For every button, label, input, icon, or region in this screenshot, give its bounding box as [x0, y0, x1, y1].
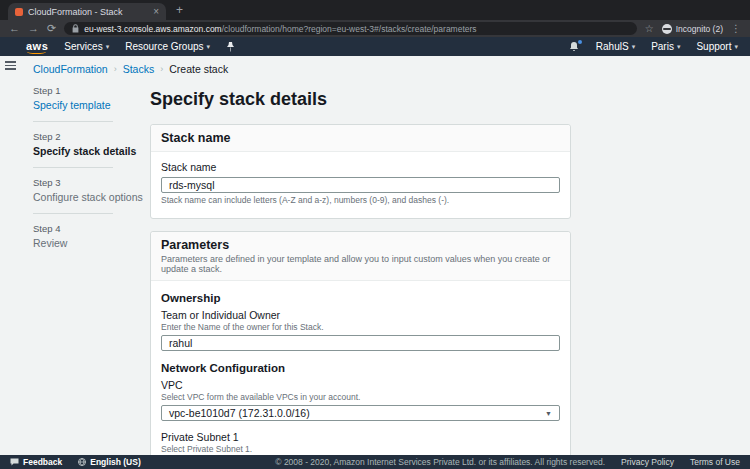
parameter-input[interactable] [161, 335, 560, 351]
lock-icon [72, 24, 79, 33]
stack-name-card-header: Stack name [151, 125, 570, 152]
parameter-group-heading: Ownership [161, 292, 560, 304]
parameter-label: VPC [161, 379, 560, 391]
parameter-hint: Enter the Name of the owner for this Sta… [161, 322, 560, 332]
incognito-label: Incognito (2) [676, 24, 723, 34]
parameter-select[interactable]: vpc-be1010d7 (172.31.0.0/16)▼ [161, 405, 560, 421]
back-icon[interactable]: ← [9, 23, 20, 34]
pin-icon[interactable] [226, 41, 235, 52]
step-item-1: Step 1Specify template [33, 85, 133, 112]
stack-name-hint: Stack name can include letters (A-Z and … [161, 195, 560, 205]
incognito-badge: Incognito (2) [662, 24, 723, 34]
aws-top-nav: aws Services▾ Resource Groups▾ RahulS▾ P… [0, 37, 750, 56]
breadcrumb-item-cloudformation[interactable]: CloudFormation [33, 63, 108, 75]
parameter-group-heading: Network Configuration [161, 362, 560, 374]
step-label[interactable]: Specify template [33, 98, 133, 112]
select-value: vpc-be1010d7 (172.31.0.0/16) [169, 407, 310, 419]
terms-of-use-link[interactable]: Terms of Use [690, 457, 740, 467]
parameter-hint: Select VPC form the available VPCs in yo… [161, 392, 560, 402]
reload-icon[interactable]: ⟳ [47, 23, 56, 34]
step-divider [33, 213, 113, 214]
feedback-button[interactable]: Feedback [10, 457, 62, 467]
breadcrumb-item-stacks[interactable]: Stacks [123, 63, 155, 75]
stack-name-card-title: Stack name [161, 131, 560, 145]
new-tab-button[interactable]: + [176, 3, 183, 17]
step-divider [33, 167, 113, 168]
browser-tab-strip: CloudFormation - Stack × + [0, 0, 750, 20]
stack-name-label: Stack name [161, 161, 560, 173]
bookmark-star-icon[interactable]: ☆ [645, 23, 654, 34]
account-menu[interactable]: RahulS▾ [596, 41, 635, 52]
tab-close-icon[interactable]: × [153, 7, 159, 17]
feedback-bubble-icon [10, 458, 19, 466]
step-item-3: Step 3Configure stack options [33, 177, 133, 204]
chevron-down-icon: ▾ [734, 43, 738, 51]
support-menu[interactable]: Support▾ [696, 41, 738, 52]
stack-name-input[interactable] [161, 177, 560, 193]
cloudformation-favicon-icon [15, 8, 23, 16]
language-selector[interactable]: English (US) [78, 457, 141, 467]
parameter-field: Private Subnet 1Select Private Subnet 1.… [161, 431, 560, 455]
privacy-policy-link[interactable]: Privacy Policy [621, 457, 674, 467]
aws-footer: Feedback English (US) © 2008 - 2020, Ama… [0, 455, 750, 469]
chevron-down-icon: ▾ [677, 43, 681, 51]
parameters-card-header: Parameters Parameters are defined in you… [151, 232, 570, 281]
aws-logo[interactable]: aws [26, 40, 48, 54]
parameters-card: Parameters Parameters are defined in you… [150, 231, 571, 455]
forward-icon[interactable]: → [28, 23, 39, 34]
parameter-label: Team or Individual Owner [161, 309, 560, 321]
step-number: Step 2 [33, 131, 133, 144]
browser-menu-icon[interactable]: ⋮ [731, 23, 741, 34]
chevron-down-icon: ▾ [207, 43, 211, 51]
url-domain: eu-west-3.console.aws.amazon.com [84, 24, 221, 34]
copyright-text: © 2008 - 2020, Amazon Internet Services … [275, 457, 605, 467]
breadcrumb: CloudFormation›Stacks›Create stack [33, 63, 750, 75]
browser-tab[interactable]: CloudFormation - Stack × [8, 3, 166, 20]
step-number: Step 3 [33, 177, 133, 190]
page-title: Specify stack details [150, 89, 571, 110]
breadcrumb-item-create-stack: Create stack [169, 63, 228, 75]
step-label: Review [33, 236, 133, 250]
url-input[interactable]: eu-west-3.console.aws.amazon.com/cloudfo… [64, 22, 637, 35]
resource-groups-menu[interactable]: Resource Groups▾ [125, 41, 210, 52]
region-menu[interactable]: Paris▾ [651, 41, 680, 52]
step-label: Configure stack options [33, 190, 133, 204]
globe-icon [78, 458, 86, 466]
services-menu[interactable]: Services▾ [64, 41, 109, 52]
chevron-down-icon: ▾ [632, 43, 636, 51]
parameter-field: VPCSelect VPC form the available VPCs in… [161, 379, 560, 421]
parameter-hint: Select Private Subnet 1. [161, 444, 560, 454]
step-number: Step 1 [33, 85, 133, 98]
notification-dot [578, 40, 582, 44]
chevron-down-icon: ▾ [106, 43, 110, 51]
browser-address-bar: ← → ⟳ eu-west-3.console.aws.amazon.com/c… [0, 20, 750, 37]
step-navigation: Step 1Specify templateStep 2Specify stac… [33, 85, 133, 455]
hamburger-menu-icon[interactable] [5, 61, 16, 72]
page-content: CloudFormation›Stacks›Create stack Step … [0, 56, 750, 455]
step-item-2: Step 2Specify stack details [33, 131, 133, 158]
parameter-field: Team or Individual OwnerEnter the Name o… [161, 309, 560, 351]
url-path: /cloudformation/home?region=eu-west-3#/s… [222, 24, 477, 34]
tab-title: CloudFormation - Stack [28, 7, 148, 17]
step-item-4: Step 4Review [33, 223, 133, 250]
parameter-label: Private Subnet 1 [161, 431, 560, 443]
main-column: Specify stack details Stack name Stack n… [150, 85, 571, 455]
parameters-card-description: Parameters are defined in your template … [161, 254, 560, 274]
incognito-icon [662, 24, 672, 34]
step-label: Specify stack details [33, 144, 133, 158]
parameters-card-title: Parameters [161, 238, 560, 252]
step-divider [33, 121, 113, 122]
breadcrumb-separator-icon: › [114, 64, 117, 74]
step-number: Step 4 [33, 223, 133, 236]
select-caret-icon: ▼ [545, 410, 552, 417]
notifications-bell-icon[interactable] [569, 41, 580, 52]
breadcrumb-separator-icon: › [160, 64, 163, 74]
stack-name-card: Stack name Stack name Stack name can inc… [150, 124, 571, 219]
